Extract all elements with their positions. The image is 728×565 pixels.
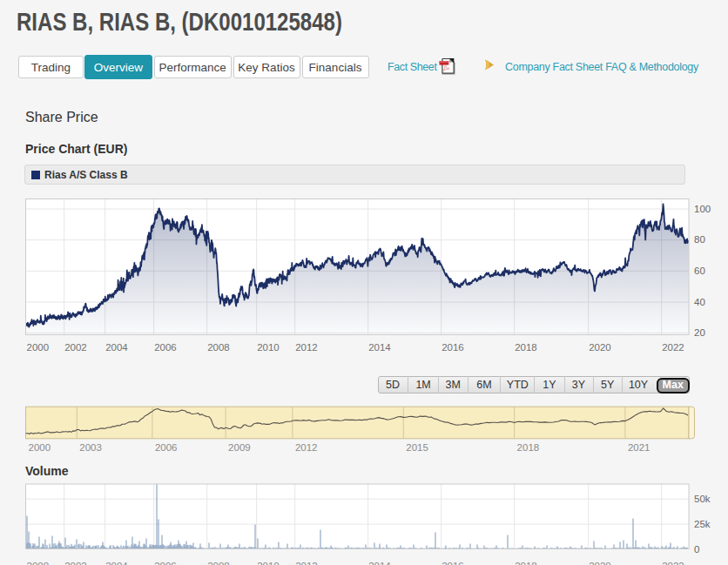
svg-text:2015: 2015 [406,442,428,453]
svg-text:2002: 2002 [64,561,87,565]
svg-text:2020: 2020 [589,342,611,353]
svg-text:2018: 2018 [515,342,537,353]
svg-text:2021: 2021 [628,442,650,453]
svg-text:2012: 2012 [295,342,318,353]
svg-text:20: 20 [694,327,705,338]
svg-text:2010: 2010 [257,342,280,353]
svg-text:80: 80 [694,234,705,245]
svg-text:2018: 2018 [517,442,540,453]
svg-text:2022: 2022 [662,342,684,353]
svg-text:2012: 2012 [295,561,318,565]
svg-text:2000: 2000 [29,442,51,453]
svg-text:50k: 50k [694,494,711,504]
svg-text:2009: 2009 [228,442,251,453]
svg-text:2006: 2006 [154,342,177,353]
svg-text:25k: 25k [694,519,711,529]
svg-text:2004: 2004 [105,342,128,353]
svg-text:2020: 2020 [589,561,611,565]
svg-text:2006: 2006 [155,442,178,453]
svg-text:2016: 2016 [442,342,464,353]
svg-text:2016: 2016 [442,561,464,565]
svg-text:0: 0 [694,544,699,555]
svg-text:2006: 2006 [154,561,177,565]
svg-text:2003: 2003 [79,442,102,453]
svg-text:2014: 2014 [368,561,391,565]
svg-text:2000: 2000 [27,561,50,565]
svg-text:2018: 2018 [515,561,537,565]
svg-text:2008: 2008 [207,342,230,353]
svg-text:60: 60 [694,266,705,276]
svg-text:2002: 2002 [64,342,87,353]
svg-text:2012: 2012 [295,442,318,453]
svg-text:100: 100 [694,204,711,214]
svg-text:40: 40 [694,297,705,307]
svg-text:2008: 2008 [207,561,230,565]
svg-text:2000: 2000 [27,342,50,353]
svg-text:2010: 2010 [257,561,280,565]
svg-text:2014: 2014 [368,342,391,353]
svg-text:2004: 2004 [105,561,128,565]
svg-text:2022: 2022 [662,561,684,565]
